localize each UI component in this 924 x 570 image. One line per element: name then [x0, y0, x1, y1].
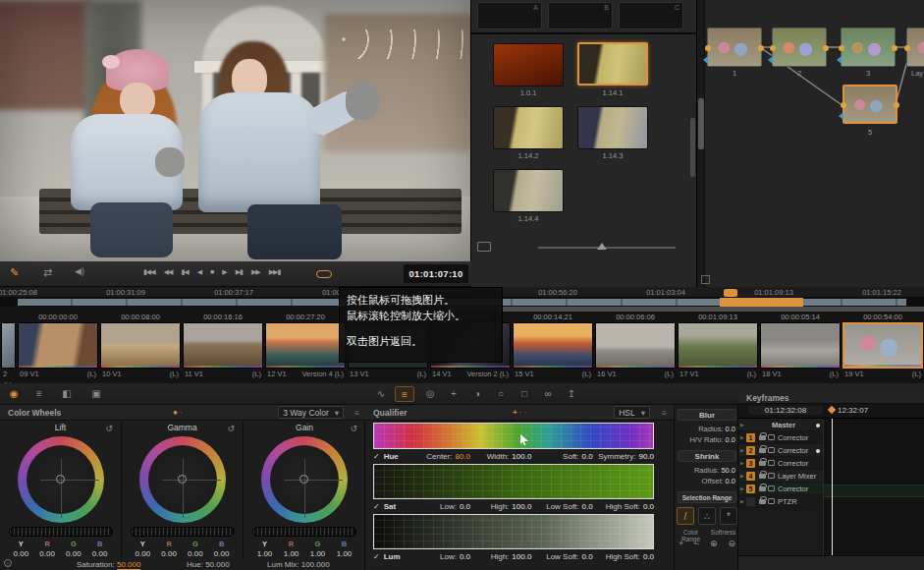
clip-18[interactable]: 00:00:05:1418 V1(L) — [759, 312, 842, 383]
qualifier-mode-dropdown[interactable]: HSL▾ — [614, 406, 650, 419]
step-back-button[interactable]: ▮◀ — [181, 268, 188, 276]
hue-range-bar[interactable] — [373, 423, 654, 449]
node-output-port[interactable] — [823, 45, 829, 51]
hue-checkbox[interactable]: ✓ — [373, 452, 380, 461]
node-output-port[interactable] — [892, 45, 897, 51]
kf-row-ptzr[interactable]: ▶PTZR — [738, 495, 823, 508]
kf-row-master[interactable]: ▶Master — [738, 419, 823, 431]
gallery-still-selected[interactable] — [577, 42, 648, 86]
gallery-still[interactable] — [577, 106, 648, 149]
shrink-offset-field[interactable]: Offset:0.0 — [675, 477, 735, 485]
enable-icon[interactable] — [768, 498, 775, 504]
gallery-scrollbar[interactable] — [690, 118, 695, 177]
sat-lowsoft-field[interactable]: Low Soft:0.0 — [531, 502, 592, 511]
enable-icon[interactable] — [768, 473, 775, 479]
gamma-color-wheel[interactable] — [139, 436, 226, 523]
blur-icon[interactable]: ◑ — [467, 386, 487, 402]
gallery-memory-slot-c[interactable]: C — [619, 2, 683, 29]
lum-high-field[interactable]: High:100.0 — [470, 552, 531, 561]
node-output-port[interactable] — [894, 102, 899, 108]
track-active-segment[interactable] — [720, 298, 803, 307]
node-layer-mixer[interactable] — [906, 28, 924, 67]
play-reverse-button[interactable]: ◀ — [197, 268, 201, 276]
page-dots[interactable]: + · · — [513, 408, 526, 417]
panel-menu-icon[interactable]: ≡ — [662, 408, 667, 418]
clip-17[interactable]: 00:01:09:1317 V1(L) — [677, 312, 759, 383]
node-3[interactable] — [841, 28, 896, 67]
stop-button[interactable]: ■ — [210, 268, 213, 276]
tracker-icon[interactable]: + — [444, 386, 463, 402]
sat-high-field[interactable]: High:100.0 — [470, 502, 531, 511]
stereo-3d-icon[interactable]: ∞ — [538, 386, 558, 402]
sizing-icon[interactable]: □ — [515, 386, 534, 402]
gallery-still[interactable] — [493, 43, 564, 86]
reset-icon[interactable]: ↺ — [350, 422, 357, 436]
lock-icon[interactable] — [759, 486, 766, 491]
blur-radius-field[interactable]: Radius:0.0 — [675, 425, 735, 433]
node-key-input[interactable] — [703, 56, 708, 64]
shuffle-icon[interactable]: ⇄ — [43, 266, 52, 279]
keyframe-marker[interactable] — [816, 424, 820, 428]
wand-picker-icon[interactable]: * — [720, 507, 737, 525]
clip-partial[interactable]: 2 (L) — [0, 312, 17, 383]
lock-icon[interactable] — [759, 461, 766, 466]
lock-icon[interactable] — [759, 448, 766, 453]
keyframes-timeline[interactable] — [823, 419, 924, 555]
enable-icon[interactable] — [768, 434, 775, 440]
lift-color-wheel[interactable] — [18, 436, 104, 523]
node-graph-close-icon[interactable] — [701, 275, 710, 284]
lock-icon[interactable] — [759, 474, 766, 479]
gallery-zoom-slider[interactable] — [538, 247, 676, 249]
page-dots[interactable]: ● · — [173, 408, 183, 417]
color-wheels-icon[interactable]: ◉ — [4, 386, 24, 402]
loop-button[interactable] — [316, 270, 332, 278]
lift-master-wheel[interactable] — [9, 527, 113, 537]
skip-start-button[interactable]: ▮◀◀ — [143, 268, 155, 276]
wheel-puck[interactable] — [56, 475, 65, 484]
lum-highsoft-field[interactable]: High Soft:0.0 — [593, 552, 654, 561]
softness-add-icon[interactable]: ⊕ — [710, 539, 718, 548]
kf-row-corrector-2[interactable]: ▶2Corrector — [738, 444, 823, 457]
lum-low-field[interactable]: Low:0.0 — [409, 552, 470, 561]
fast-forward-button[interactable]: ▶▶ — [251, 268, 260, 276]
clip-09[interactable]: 00:00:00:0009 V1(L) — [17, 312, 99, 383]
hue-symmetry-field[interactable]: Symmetry:90.0 — [593, 452, 654, 461]
gallery-memory-slot-a[interactable]: A — [477, 2, 542, 29]
node-input-port[interactable] — [839, 45, 844, 51]
kf-row-corrector-5[interactable]: ▶5Corrector — [738, 483, 823, 495]
node-key-input[interactable] — [768, 56, 773, 64]
hue-center-field[interactable]: Center:80.0 — [409, 452, 470, 461]
node-output-port[interactable] — [758, 45, 764, 51]
hue-soft-field[interactable]: Soft:0.0 — [531, 452, 592, 461]
node-key-input[interactable] — [839, 112, 843, 120]
node-scroll-thumb[interactable] — [698, 98, 704, 149]
gallery-still[interactable] — [493, 106, 564, 149]
lum-lowsoft-field[interactable]: Low Soft:0.0 — [531, 552, 592, 561]
lock-icon[interactable] — [759, 499, 766, 504]
clip-16[interactable]: 00:00:06:0616 V1(L) — [594, 312, 677, 383]
lum-mix-field[interactable]: Lum Mix: 100.000 — [267, 560, 330, 569]
enable-icon[interactable] — [768, 485, 775, 491]
lum-checkbox[interactable]: ✓ — [373, 552, 380, 561]
keyframes-footer-scrollbar[interactable] — [738, 555, 924, 570]
shrink-radius-field[interactable]: Radius:50.0 — [675, 466, 735, 475]
gallery-memory-slot-b[interactable]: B — [548, 2, 613, 29]
marker-tag-icon[interactable] — [4, 256, 11, 261]
kf-row-corrector-1[interactable]: ▶1Corrector — [738, 431, 823, 444]
clip-10[interactable]: 00:00:08:0010 V1(L) — [99, 312, 182, 383]
lum-range-bar[interactable] — [373, 514, 654, 549]
play-button[interactable]: ▶ — [222, 268, 226, 276]
saturation-field[interactable]: Saturation: 50.000 — [77, 560, 140, 569]
reset-icon[interactable]: ↺ — [105, 422, 113, 436]
clip-12[interactable]: 00:00:27:2012 V1Version 4 (L) — [264, 312, 347, 383]
sat-low-field[interactable]: Low:0.0 — [409, 502, 470, 511]
wheels-mode-dropdown[interactable]: 3 Way Color▾ — [278, 406, 344, 419]
video-viewer[interactable] — [0, 0, 471, 261]
edit-tool-icon[interactable]: ✎ — [10, 266, 19, 279]
info-icon[interactable]: i — [4, 559, 12, 567]
rgb-mixer-icon[interactable]: ◧ — [57, 386, 77, 402]
panel-menu-icon[interactable]: ≡ — [354, 408, 359, 418]
zoom-slider-thumb[interactable] — [597, 243, 607, 250]
clip-19-selected[interactable]: 00:00:54:0019 V1(L) — [842, 312, 924, 383]
range-subtract-icon[interactable]: − — [694, 539, 699, 548]
